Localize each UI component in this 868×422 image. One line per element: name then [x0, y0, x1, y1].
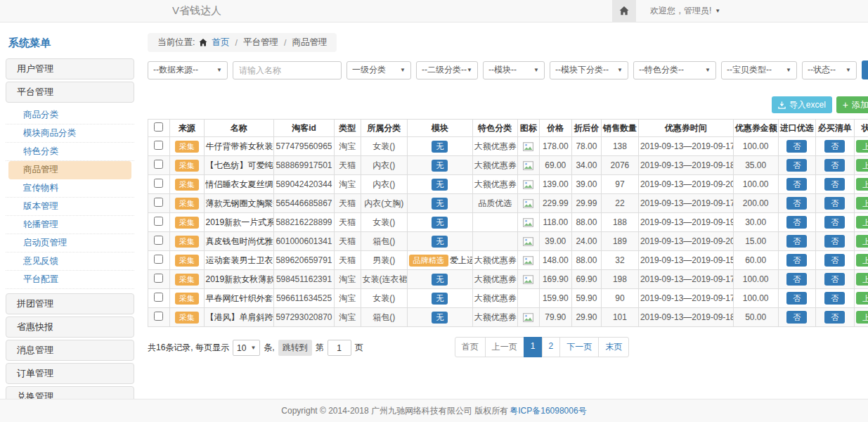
sidebar-item[interactable]: 意见反馈: [6, 252, 134, 271]
page-button[interactable]: 2: [542, 337, 561, 357]
must-buy-toggle[interactable]: 否: [824, 197, 845, 210]
coupon-amount-cell: 100.00: [733, 137, 778, 156]
status-toggle[interactable]: 上架: [856, 311, 868, 324]
row-checkbox[interactable]: [154, 198, 163, 207]
row-checkbox[interactable]: [154, 160, 163, 169]
import-select-toggle[interactable]: 否: [786, 216, 807, 229]
filter-select[interactable]: 一级分类▼: [346, 61, 411, 79]
row-checkbox[interactable]: [154, 217, 163, 226]
import-select-toggle[interactable]: 否: [786, 311, 807, 324]
feature-cell: 大额优惠券: [472, 156, 517, 175]
must-buy-toggle[interactable]: 否: [824, 216, 845, 229]
status-toggle[interactable]: 上架: [856, 140, 868, 153]
row-checkbox[interactable]: [154, 274, 163, 283]
filter-select[interactable]: --模块--▼: [483, 61, 545, 79]
query-button[interactable]: 查询: [862, 60, 868, 79]
sidebar-item[interactable]: 轮播管理: [6, 216, 134, 234]
filter-select[interactable]: --状态--▼: [802, 61, 857, 79]
filter-select[interactable]: --特色分类--▼: [633, 61, 716, 79]
jump-button[interactable]: 跳转到: [278, 340, 312, 356]
sidebar-item[interactable]: 商品分类: [6, 106, 134, 124]
sidebar-item[interactable]: 宣传物料: [6, 179, 134, 198]
page-number-input[interactable]: [328, 340, 351, 356]
price-cell: 169.90: [539, 270, 571, 289]
page-button[interactable]: 下一页: [559, 337, 599, 357]
coupon-amount-cell: 60.00: [733, 251, 778, 270]
status-toggle[interactable]: 上架: [856, 178, 868, 191]
must-buy-toggle[interactable]: 否: [824, 254, 845, 267]
image-icon: [523, 161, 533, 170]
data-source-select[interactable]: --数据来源--▼: [148, 61, 228, 79]
sidebar-section-header[interactable]: 平台管理: [6, 82, 134, 103]
filter-select[interactable]: --模块下分类--▼: [550, 61, 628, 79]
sidebar-section-header[interactable]: 用户管理: [6, 58, 134, 79]
row-checkbox[interactable]: [154, 312, 163, 321]
type-cell: 淘宝: [335, 308, 361, 327]
must-buy-toggle[interactable]: 否: [824, 140, 845, 153]
source-cell: 采集: [169, 175, 204, 194]
must-buy-toggle[interactable]: 否: [824, 159, 845, 172]
module-none-badge: 无: [432, 236, 448, 248]
must-buy-toggle[interactable]: 否: [824, 292, 845, 305]
table-row: 采集真皮钱包时尚优雅女士...601000601341天猫箱包()无39.002…: [148, 232, 868, 251]
user-menu[interactable]: 欢迎您，管理员! ▼: [636, 5, 868, 17]
import-select-toggle[interactable]: 否: [786, 159, 807, 172]
column-header: 价格: [539, 120, 571, 137]
select-all-checkbox[interactable]: [154, 122, 163, 132]
status-toggle[interactable]: 上架: [856, 197, 868, 210]
status-toggle[interactable]: 上架: [856, 273, 868, 286]
import-select-toggle[interactable]: 否: [786, 178, 807, 191]
status-toggle[interactable]: 上架: [856, 292, 868, 305]
page-button[interactable]: 上一页: [485, 337, 524, 357]
row-checkbox[interactable]: [154, 141, 163, 150]
home-icon[interactable]: [612, 0, 636, 22]
type-cell: 天猫: [335, 194, 361, 213]
import-select-toggle[interactable]: 否: [786, 197, 807, 210]
discount-price-cell: 29.90: [571, 308, 601, 327]
status-toggle[interactable]: 上架: [856, 159, 868, 172]
sidebar-section-header[interactable]: 省惠快报: [6, 316, 134, 338]
must-buy-toggle[interactable]: 否: [824, 178, 845, 191]
breadcrumb: 当前位置: 首页 / 平台管理 / 商品管理: [148, 33, 337, 52]
status-toggle[interactable]: 上架: [856, 254, 868, 267]
row-checkbox[interactable]: [154, 179, 163, 188]
name-search-input[interactable]: [233, 61, 342, 79]
import-select-toggle[interactable]: 否: [786, 254, 807, 267]
import-select-toggle[interactable]: 否: [786, 292, 807, 305]
page-button[interactable]: 首页: [455, 337, 486, 357]
page-button[interactable]: 末页: [598, 337, 629, 357]
must-buy-toggle[interactable]: 否: [824, 273, 845, 286]
import-select-toggle[interactable]: 否: [786, 140, 807, 153]
source-badge: 采集: [175, 160, 199, 172]
sidebar-item[interactable]: 模块商品分类: [6, 124, 134, 143]
per-page-select[interactable]: 10 ▼: [233, 340, 260, 356]
sidebar-item[interactable]: 特色分类: [6, 143, 134, 161]
icp-link[interactable]: 粤ICP备16098006号: [510, 405, 586, 417]
sidebar-section-header[interactable]: 消息管理: [6, 340, 134, 361]
page-button[interactable]: 1: [524, 337, 543, 357]
module-badge: 品牌精选: [409, 255, 448, 267]
import-select-toggle[interactable]: 否: [786, 235, 807, 248]
import-select-toggle[interactable]: 否: [786, 273, 807, 286]
image-icon: [523, 237, 533, 246]
row-checkbox[interactable]: [154, 236, 163, 245]
import-excel-button[interactable]: 导入excel: [772, 96, 832, 113]
must-buy-toggle[interactable]: 否: [824, 235, 845, 248]
row-checkbox[interactable]: [154, 255, 163, 264]
module-none-badge: 无: [432, 179, 448, 191]
sidebar-item[interactable]: 商品管理: [8, 161, 131, 179]
must-buy-toggle[interactable]: 否: [824, 311, 845, 324]
breadcrumb-home-link[interactable]: 首页: [212, 37, 229, 49]
row-checkbox[interactable]: [154, 293, 163, 302]
add-button[interactable]: + 添加: [836, 96, 868, 113]
sidebar-item[interactable]: 平台配置: [6, 271, 134, 289]
sidebar-section-header[interactable]: 拼团管理: [6, 293, 134, 314]
sidebar-item[interactable]: 版本管理: [6, 198, 134, 216]
status-toggle[interactable]: 上架: [856, 216, 868, 229]
sidebar-item[interactable]: 启动页管理: [6, 234, 134, 252]
filter-select[interactable]: --二级分类--▼: [416, 61, 478, 79]
category-cell: 内衣(文胸): [361, 194, 407, 213]
filter-select[interactable]: --宝贝类型--▼: [721, 61, 797, 79]
status-toggle[interactable]: 上架: [856, 235, 868, 248]
sidebar-section-header[interactable]: 订单管理: [6, 363, 134, 384]
